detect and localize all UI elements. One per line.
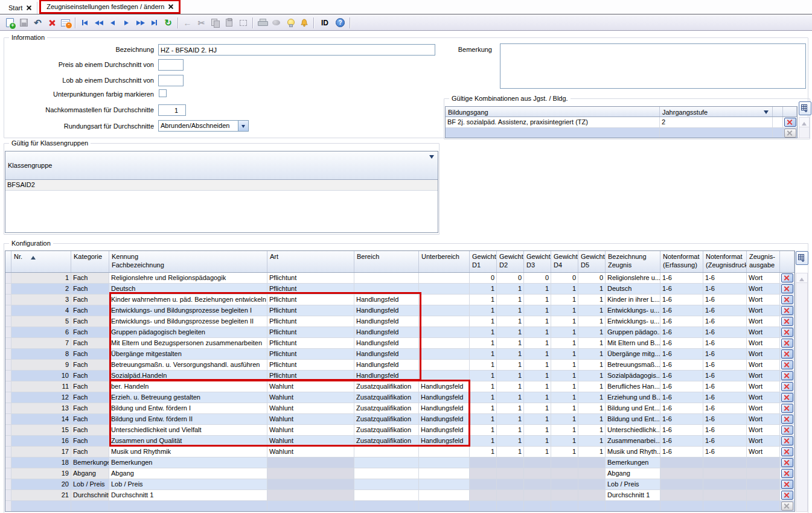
cell-art[interactable]: Wahlunt xyxy=(267,381,354,392)
cell-d4[interactable]: 1 xyxy=(551,360,578,371)
cell-unterbereich[interactable] xyxy=(419,457,470,468)
cell-ausgabe[interactable]: Wort xyxy=(747,316,780,327)
cell-d4[interactable]: 1 xyxy=(551,447,578,457)
cell-nr[interactable]: 17 xyxy=(11,447,71,457)
cell-nf2[interactable]: 1-6 xyxy=(703,371,747,381)
cell-d4[interactable]: 1 xyxy=(551,436,578,447)
cell-nr[interactable]: 18 xyxy=(11,457,71,468)
delete-row-button[interactable] xyxy=(781,328,793,337)
preis-input[interactable] xyxy=(158,59,184,71)
cell-d4[interactable]: 1 xyxy=(551,316,578,327)
cell-kennung[interactable]: Deutsch xyxy=(109,284,267,295)
cell-art[interactable]: Pflichtunt xyxy=(267,273,354,284)
cell-kategorie[interactable]: Fach xyxy=(71,305,109,316)
cell-d2[interactable]: 1 xyxy=(497,447,524,457)
column-header-art[interactable]: Art xyxy=(267,251,354,272)
kombinationen-scrollbar[interactable] xyxy=(799,117,810,138)
column-header-nr[interactable]: Nr. xyxy=(11,251,71,272)
cell-kategorie[interactable]: Fach xyxy=(71,338,109,349)
cell-d2[interactable]: 1 xyxy=(497,360,524,371)
scroll-up-icon[interactable] xyxy=(796,273,807,283)
cell-unterbereich[interactable] xyxy=(419,468,470,479)
cell-d2[interactable]: 1 xyxy=(497,414,524,425)
previous-record-button[interactable] xyxy=(106,16,120,30)
cell-ausgabe[interactable]: Wort xyxy=(747,436,780,447)
cell-ausgabe[interactable]: Wort xyxy=(747,414,780,425)
cell-kennung[interactable]: Erzieh. u. Betreuung gestalten xyxy=(109,392,267,403)
cell-d1[interactable]: 1 xyxy=(470,371,497,381)
cell-kennung[interactable]: Kinder wahrnehmen u. päd. Beziehungen en… xyxy=(109,295,267,305)
cell-art[interactable]: Pflichtunt xyxy=(267,349,354,360)
cell-nf1[interactable]: 1-6 xyxy=(660,305,703,316)
cell-kategorie[interactable]: Fach xyxy=(71,392,109,403)
cell-nr[interactable]: 7 xyxy=(11,338,71,349)
cell-art[interactable]: Wahlunt xyxy=(267,403,354,414)
cell-bereich[interactable]: Handlungsfeld xyxy=(354,295,419,305)
cell-bezeichnung[interactable]: Mit Eltern und B... xyxy=(606,338,660,349)
cell-nf2[interactable]: 1-6 xyxy=(703,349,747,360)
add-kombination-button[interactable] xyxy=(799,101,811,115)
cell-art[interactable]: Pflichtunt xyxy=(267,305,354,316)
cell-d2[interactable]: 1 xyxy=(497,392,524,403)
cell-nr[interactable]: 1 xyxy=(11,273,71,284)
cell-kennung[interactable]: Übergänge mitgestalten xyxy=(109,349,267,360)
delete-row-button[interactable] xyxy=(781,306,793,315)
bezeichnung-input[interactable] xyxy=(158,44,435,56)
cell-kategorie[interactable]: Fach xyxy=(71,381,109,392)
cell-d2[interactable]: 1 xyxy=(497,327,524,338)
cell-kennung[interactable]: Bildung und Entw. fördern I xyxy=(109,403,267,414)
cell-d5[interactable]: 1 xyxy=(578,392,606,403)
scroll-up-icon[interactable] xyxy=(799,118,809,127)
cell-d2[interactable]: 1 xyxy=(497,349,524,360)
delete-row-button[interactable] xyxy=(781,339,793,348)
cell-d4[interactable]: 1 xyxy=(551,305,578,316)
delete-row-button[interactable] xyxy=(781,458,793,467)
cell-bereich[interactable] xyxy=(354,490,419,501)
delete-button[interactable] xyxy=(45,16,59,30)
last-record-button[interactable] xyxy=(147,16,161,30)
delete-row-button[interactable] xyxy=(781,295,793,304)
cell-d2[interactable]: 1 xyxy=(497,436,524,447)
cell-unterbereich[interactable]: Handlungsfeld xyxy=(419,403,470,414)
cell-kennung[interactable]: Musik und Rhythmik xyxy=(109,447,267,457)
cell-d1[interactable]: 1 xyxy=(470,392,497,403)
cell-bezeichnung[interactable]: Bildung und Ent... xyxy=(606,414,660,425)
cell-d3[interactable]: 1 xyxy=(524,381,551,392)
refresh-button[interactable]: ↻ xyxy=(161,16,175,30)
cell-bereich[interactable] xyxy=(354,284,419,295)
cell-kennung[interactable]: Abgang xyxy=(109,468,267,479)
cell-bezeichnung[interactable]: Erziehung und B... xyxy=(606,392,660,403)
cell-d3[interactable]: 1 xyxy=(524,414,551,425)
cell-bereich[interactable] xyxy=(354,447,419,457)
cell-nf2[interactable]: 1-6 xyxy=(703,392,747,403)
cell-nf1[interactable]: 1-6 xyxy=(660,414,703,425)
cell-kennung[interactable]: Zusammen und Qualität xyxy=(109,436,267,447)
tab-start[interactable]: Start xyxy=(3,2,37,14)
cell-d4[interactable]: 1 xyxy=(551,371,578,381)
undo-button[interactable]: ↶ xyxy=(31,16,45,30)
cell-bereich[interactable] xyxy=(354,468,419,479)
klassengruppe-column-header[interactable]: Klassengruppe xyxy=(5,151,438,179)
cell-kategorie[interactable]: Fach xyxy=(71,273,109,284)
cell-art[interactable]: Wahlunt xyxy=(267,425,354,436)
cell-nr[interactable]: 12 xyxy=(11,392,71,403)
cell-kategorie[interactable]: Fach xyxy=(71,360,109,371)
cell-nr[interactable]: 5 xyxy=(11,316,71,327)
cell-nf2[interactable]: 1-6 xyxy=(703,338,747,349)
cell-d3[interactable]: 1 xyxy=(524,316,551,327)
lob-input[interactable] xyxy=(158,75,184,86)
table-row[interactable]: 19AbgangAbgangAbgang xyxy=(5,468,794,479)
cell-d2[interactable]: 1 xyxy=(497,425,524,436)
table-row[interactable]: 6FachGruppen pädagogisch begleitenPflich… xyxy=(5,327,794,338)
cell-nr[interactable]: 19 xyxy=(11,468,71,479)
table-row[interactable]: 16FachZusammen und QualitätWahluntZusatz… xyxy=(5,436,794,447)
cell-nf2[interactable]: 1-6 xyxy=(703,273,747,284)
cell-bereich[interactable]: Handlungsfeld xyxy=(354,316,419,327)
cell-ausgabe[interactable]: Wort xyxy=(747,403,780,414)
cell-kennung[interactable]: ber. Handeln xyxy=(109,381,267,392)
cell-unterbereich[interactable]: Handlungsfeld xyxy=(419,425,470,436)
cell-klassengruppe[interactable]: BFSAID2 xyxy=(5,180,438,191)
cell-bezeichnung[interactable]: Deutsch xyxy=(606,284,660,295)
table-row[interactable]: 20Lob / PreisLob / PreisLob / Preis xyxy=(5,479,794,490)
cell-d4[interactable]: 1 xyxy=(551,295,578,305)
